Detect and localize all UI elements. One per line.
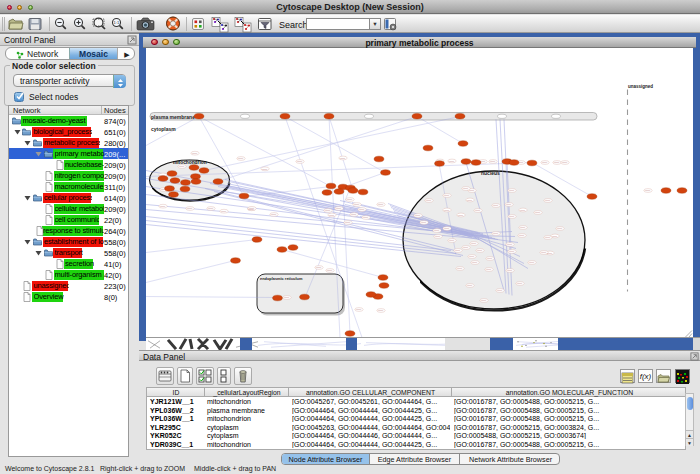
svg-text:(xxxx): (xxxx)	[354, 203, 360, 205]
svg-text:(xxxx): (xxxx)	[486, 268, 492, 270]
svg-text:(xxxx): (xxxx)	[284, 296, 290, 298]
svg-text:(xxxx): (xxxx)	[507, 269, 513, 271]
svg-text:cytoplasm: cytoplasm	[151, 126, 176, 132]
svg-text:(xxxx): (xxxx)	[249, 207, 255, 209]
svg-text:(xxxx): (xxxx)	[325, 209, 331, 211]
svg-text:(xxxx): (xxxx)	[426, 199, 432, 201]
svg-text:(xxxx): (xxxx)	[547, 251, 553, 253]
svg-text:(xxxx): (xxxx)	[467, 198, 473, 200]
svg-text:(xxxx): (xxxx)	[434, 229, 440, 231]
svg-text:(xxxx): (xxxx)	[208, 207, 214, 209]
svg-text:(xxxx): (xxxx)	[316, 266, 322, 268]
svg-text:(xxxx): (xxxx)	[520, 226, 526, 228]
svg-text:plasma membrane: plasma membrane	[151, 113, 195, 119]
svg-text:(xxxx): (xxxx)	[509, 215, 515, 217]
svg-text:(xxxx): (xxxx)	[378, 309, 384, 311]
svg-text:(xxxx): (xxxx)	[179, 165, 185, 167]
svg-text:(xxxx): (xxxx)	[351, 213, 357, 215]
svg-text:(xxxx): (xxxx)	[356, 308, 362, 310]
svg-text:(xxxx): (xxxx)	[435, 235, 441, 237]
svg-text:(xxxx): (xxxx)	[345, 221, 351, 223]
svg-text:(xxxx): (xxxx)	[262, 167, 268, 169]
svg-text:(xxxx): (xxxx)	[238, 157, 244, 159]
svg-text:nucleus: nucleus	[481, 170, 500, 176]
svg-text:(xxxx): (xxxx)	[458, 213, 464, 215]
svg-text:(xxxx): (xxxx)	[509, 189, 515, 191]
svg-text:(xxxx): (xxxx)	[340, 156, 346, 158]
svg-text:(xxxx): (xxxx)	[529, 261, 535, 263]
svg-text:(xxxx): (xxxx)	[475, 209, 481, 211]
svg-text:1:1: 1:1	[114, 20, 120, 25]
svg-text:(xxxx): (xxxx)	[472, 261, 478, 263]
svg-text:(xxxx): (xxxx)	[487, 257, 493, 259]
svg-text:(xxxx): (xxxx)	[557, 227, 563, 229]
svg-text:(xxxx): (xxxx)	[160, 173, 166, 175]
svg-text:(xxxx): (xxxx)	[481, 299, 487, 301]
svg-text:(xxxx): (xxxx)	[517, 282, 523, 284]
svg-text:(xxxx): (xxxx)	[545, 236, 551, 238]
svg-text:(xxxx): (xxxx)	[421, 221, 427, 223]
svg-text:endoplasmic reticulum: endoplasmic reticulum	[260, 275, 303, 280]
svg-text:(xxxx): (xxxx)	[271, 213, 277, 215]
svg-text:(xxxx): (xxxx)	[415, 214, 421, 216]
svg-text:(xxxx): (xxxx)	[444, 194, 450, 196]
svg-text:(xxxx): (xxxx)	[497, 289, 503, 291]
svg-text:(xxxx): (xxxx)	[378, 203, 384, 205]
svg-text:(xxxx): (xxxx)	[554, 161, 560, 163]
svg-text:(xxxx): (xxxx)	[359, 208, 365, 210]
svg-text:(xxxx): (xxxx)	[477, 249, 483, 251]
svg-text:(xxxx): (xxxx)	[506, 203, 512, 205]
svg-text:(xxxx): (xxxx)	[520, 208, 526, 210]
svg-text:(xxxx): (xxxx)	[535, 211, 541, 213]
svg-text:(xxxx): (xxxx)	[221, 209, 227, 211]
svg-text:(xxxx): (xxxx)	[562, 161, 568, 163]
svg-text:(xxxx): (xxxx)	[471, 242, 477, 244]
svg-text:(xxxx): (xxxx)	[463, 187, 469, 189]
svg-text:(xxxx): (xxxx)	[363, 216, 369, 218]
svg-text:(xxxx): (xxxx)	[519, 234, 525, 236]
svg-text:(xxxx): (xxxx)	[444, 208, 450, 210]
svg-text:(xxxx): (xxxx)	[463, 246, 469, 248]
svg-text:(xxxx): (xxxx)	[541, 251, 547, 253]
svg-text:(xxxx): (xxxx)	[493, 204, 499, 206]
svg-text:(xxxx): (xxxx)	[187, 207, 193, 209]
svg-text:(xxxx): (xxxx)	[552, 234, 558, 236]
svg-text:(xxxx): (xxxx)	[449, 159, 455, 161]
svg-text:(xxxx): (xxxx)	[455, 249, 461, 251]
svg-text:unassigned: unassigned	[628, 84, 653, 89]
svg-text:(xxxx): (xxxx)	[645, 189, 651, 191]
svg-text:(xxxx): (xxxx)	[509, 250, 515, 252]
svg-text:(xxxx): (xxxx)	[469, 255, 475, 257]
svg-text:(xxxx): (xxxx)	[444, 227, 450, 229]
svg-text:(xxxx): (xxxx)	[297, 160, 303, 162]
svg-text:(xxxx): (xxxx)	[507, 243, 513, 245]
svg-text:(xxxx): (xxxx)	[469, 189, 475, 191]
svg-text:(xxxx): (xxxx)	[545, 199, 551, 201]
svg-text:(xxxx): (xxxx)	[327, 269, 333, 271]
svg-text:(xxxx): (xxxx)	[493, 232, 499, 234]
svg-text:(xxxx): (xxxx)	[347, 198, 353, 200]
svg-text:(xxxx): (xxxx)	[542, 161, 548, 163]
svg-text:(xxxx): (xxxx)	[336, 207, 342, 209]
svg-text:(xxxx): (xxxx)	[449, 239, 455, 241]
svg-text:(xxxx): (xxxx)	[160, 204, 166, 206]
svg-text:(xxxx): (xxxx)	[467, 284, 473, 286]
svg-text:(xxxx): (xxxx)	[490, 160, 496, 162]
svg-text:(xxxx): (xxxx)	[457, 267, 463, 269]
svg-text:(xxxx): (xxxx)	[329, 213, 335, 215]
svg-text:(xxxx): (xxxx)	[192, 151, 198, 153]
